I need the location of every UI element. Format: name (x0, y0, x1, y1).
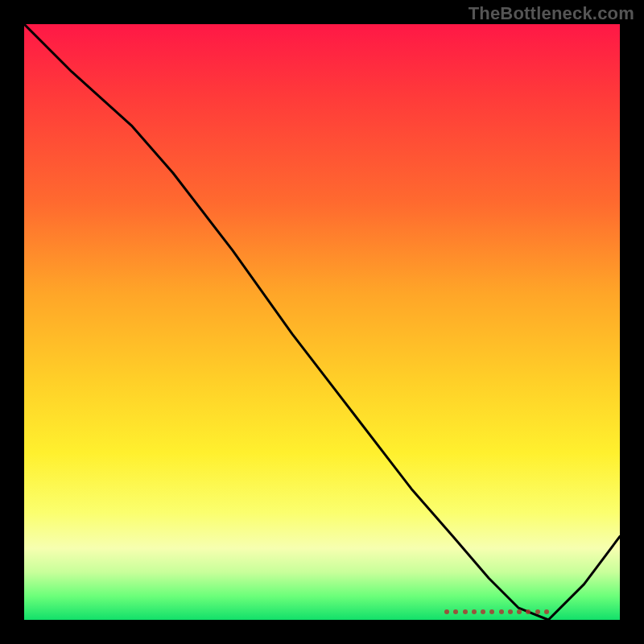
floor-marker-dot (472, 609, 477, 614)
floor-marker-dot (453, 609, 458, 614)
watermark-text: TheBottleneck.com (469, 3, 634, 24)
bottleneck-curve (24, 24, 620, 620)
chart-frame: TheBottleneck.com (0, 0, 644, 644)
floor-marker-dot (517, 609, 522, 614)
floor-marker-dot (489, 609, 494, 614)
floor-marker-dot (463, 609, 468, 614)
floor-marker-dot (481, 609, 485, 614)
floor-marker-dot (508, 609, 513, 614)
floor-marker-dot (526, 609, 530, 614)
curve-svg (24, 24, 620, 620)
floor-marker-dot (544, 609, 549, 614)
floor-marker-dot (499, 609, 504, 614)
floor-marker-strip (444, 609, 549, 615)
plot-area (24, 24, 620, 620)
floor-marker-dot (444, 609, 449, 614)
floor-marker-dot (535, 609, 540, 614)
